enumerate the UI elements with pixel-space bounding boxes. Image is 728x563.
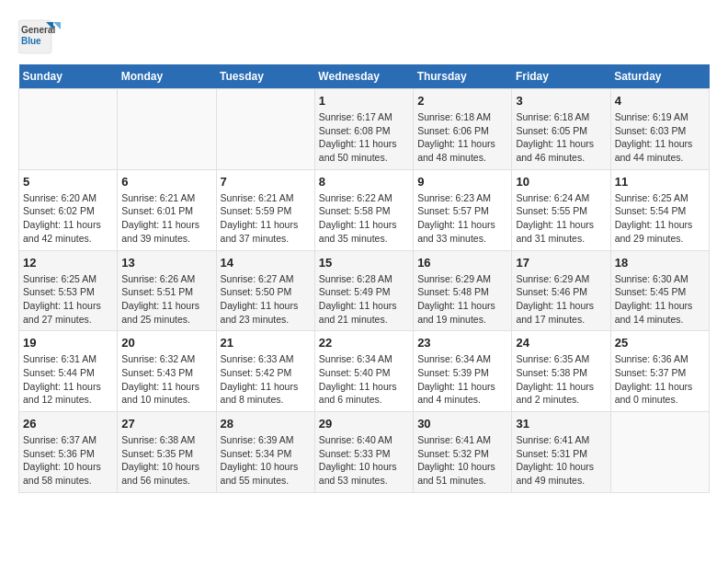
day-info: Sunrise: 6:38 AMSunset: 5:35 PMDaylight:… (121, 433, 211, 488)
calendar-day-cell: 6Sunrise: 6:21 AMSunset: 6:01 PMDaylight… (118, 169, 216, 250)
calendar-day-cell: 22Sunrise: 6:34 AMSunset: 5:40 PMDayligh… (314, 331, 413, 412)
calendar-day-cell: 31Sunrise: 6:41 AMSunset: 5:31 PMDayligh… (512, 412, 610, 493)
calendar-day-cell: 16Sunrise: 6:29 AMSunset: 5:48 PMDayligh… (414, 250, 512, 331)
calendar-day-cell: 24Sunrise: 6:35 AMSunset: 5:38 PMDayligh… (512, 331, 610, 412)
day-number: 8 (319, 175, 409, 189)
day-number: 2 (417, 94, 507, 108)
day-info: Sunrise: 6:36 AMSunset: 5:37 PMDaylight:… (615, 352, 705, 407)
day-info: Sunrise: 6:26 AMSunset: 5:51 PMDaylight:… (121, 272, 211, 327)
day-number: 20 (121, 336, 211, 350)
calendar-day-cell: 26Sunrise: 6:37 AMSunset: 5:36 PMDayligh… (19, 412, 118, 493)
calendar-day-cell: 11Sunrise: 6:25 AMSunset: 5:54 PMDayligh… (610, 169, 709, 250)
page-header: General Blue (18, 18, 710, 55)
calendar-week-row: 26Sunrise: 6:37 AMSunset: 5:36 PMDayligh… (19, 412, 710, 493)
calendar-day-cell: 13Sunrise: 6:26 AMSunset: 5:51 PMDayligh… (118, 250, 216, 331)
day-info: Sunrise: 6:18 AMSunset: 6:06 PMDaylight:… (417, 110, 507, 165)
day-number: 30 (417, 417, 507, 431)
day-number: 28 (221, 417, 311, 431)
calendar-week-row: 19Sunrise: 6:31 AMSunset: 5:44 PMDayligh… (19, 331, 710, 412)
day-info: Sunrise: 6:27 AMSunset: 5:50 PMDaylight:… (221, 272, 311, 327)
empty-day-cell (118, 89, 216, 170)
svg-text:Blue: Blue (21, 36, 41, 46)
day-info: Sunrise: 6:34 AMSunset: 5:39 PMDaylight:… (417, 352, 507, 407)
day-info: Sunrise: 6:19 AMSunset: 6:03 PMDaylight:… (615, 110, 705, 165)
day-info: Sunrise: 6:20 AMSunset: 6:02 PMDaylight:… (23, 191, 113, 246)
calendar-day-cell: 20Sunrise: 6:32 AMSunset: 5:43 PMDayligh… (118, 331, 216, 412)
weekday-header-monday: Monday (118, 64, 216, 89)
day-number: 25 (615, 336, 705, 350)
calendar-day-cell: 23Sunrise: 6:34 AMSunset: 5:39 PMDayligh… (414, 331, 512, 412)
day-info: Sunrise: 6:29 AMSunset: 5:46 PMDaylight:… (516, 272, 606, 327)
weekday-header-friday: Friday (512, 64, 610, 89)
calendar-day-cell: 21Sunrise: 6:33 AMSunset: 5:42 PMDayligh… (216, 331, 314, 412)
day-info: Sunrise: 6:24 AMSunset: 5:55 PMDaylight:… (516, 191, 606, 246)
calendar-day-cell: 3Sunrise: 6:18 AMSunset: 6:05 PMDaylight… (512, 89, 610, 170)
day-info: Sunrise: 6:34 AMSunset: 5:40 PMDaylight:… (319, 352, 409, 407)
day-info: Sunrise: 6:25 AMSunset: 5:53 PMDaylight:… (23, 272, 113, 327)
calendar-day-cell: 12Sunrise: 6:25 AMSunset: 5:53 PMDayligh… (19, 250, 118, 331)
day-number: 22 (319, 336, 409, 350)
day-info: Sunrise: 6:35 AMSunset: 5:38 PMDaylight:… (516, 352, 606, 407)
calendar-day-cell: 18Sunrise: 6:30 AMSunset: 5:45 PMDayligh… (610, 250, 709, 331)
day-number: 13 (121, 256, 211, 270)
calendar-table: SundayMondayTuesdayWednesdayThursdayFrid… (18, 64, 710, 493)
day-number: 1 (319, 94, 409, 108)
day-info: Sunrise: 6:21 AMSunset: 5:59 PMDaylight:… (221, 191, 311, 246)
calendar-day-cell: 25Sunrise: 6:36 AMSunset: 5:37 PMDayligh… (610, 331, 709, 412)
calendar-day-cell: 15Sunrise: 6:28 AMSunset: 5:49 PMDayligh… (314, 250, 413, 331)
weekday-header-tuesday: Tuesday (216, 64, 314, 89)
day-number: 29 (319, 417, 409, 431)
weekday-header-row: SundayMondayTuesdayWednesdayThursdayFrid… (19, 64, 710, 89)
calendar-week-row: 12Sunrise: 6:25 AMSunset: 5:53 PMDayligh… (19, 250, 710, 331)
calendar-day-cell: 2Sunrise: 6:18 AMSunset: 6:06 PMDaylight… (414, 89, 512, 170)
calendar-week-row: 1Sunrise: 6:17 AMSunset: 6:08 PMDaylight… (19, 89, 710, 170)
day-number: 27 (121, 417, 211, 431)
day-info: Sunrise: 6:28 AMSunset: 5:49 PMDaylight:… (319, 272, 409, 327)
day-info: Sunrise: 6:32 AMSunset: 5:43 PMDaylight:… (121, 352, 211, 407)
calendar-day-cell: 19Sunrise: 6:31 AMSunset: 5:44 PMDayligh… (19, 331, 118, 412)
calendar-day-cell: 8Sunrise: 6:22 AMSunset: 5:58 PMDaylight… (314, 169, 413, 250)
day-number: 7 (221, 175, 311, 189)
day-info: Sunrise: 6:18 AMSunset: 6:05 PMDaylight:… (516, 110, 606, 165)
day-number: 12 (23, 256, 113, 270)
calendar-day-cell: 7Sunrise: 6:21 AMSunset: 5:59 PMDaylight… (216, 169, 314, 250)
calendar-week-row: 5Sunrise: 6:20 AMSunset: 6:02 PMDaylight… (19, 169, 710, 250)
day-info: Sunrise: 6:21 AMSunset: 6:01 PMDaylight:… (121, 191, 211, 246)
day-number: 6 (121, 175, 211, 189)
day-number: 19 (23, 336, 113, 350)
day-number: 15 (319, 256, 409, 270)
day-number: 16 (417, 256, 507, 270)
calendar-day-cell: 9Sunrise: 6:23 AMSunset: 5:57 PMDaylight… (414, 169, 512, 250)
day-info: Sunrise: 6:31 AMSunset: 5:44 PMDaylight:… (23, 352, 113, 407)
day-info: Sunrise: 6:30 AMSunset: 5:45 PMDaylight:… (615, 272, 705, 327)
day-number: 21 (221, 336, 311, 350)
day-info: Sunrise: 6:33 AMSunset: 5:42 PMDaylight:… (221, 352, 311, 407)
day-info: Sunrise: 6:41 AMSunset: 5:32 PMDaylight:… (417, 433, 507, 488)
logo-svg: General Blue (18, 18, 64, 55)
day-info: Sunrise: 6:17 AMSunset: 6:08 PMDaylight:… (319, 110, 409, 165)
weekday-header-wednesday: Wednesday (314, 64, 413, 89)
calendar-day-cell: 29Sunrise: 6:40 AMSunset: 5:33 PMDayligh… (314, 412, 413, 493)
weekday-header-sunday: Sunday (19, 64, 118, 89)
calendar-day-cell: 28Sunrise: 6:39 AMSunset: 5:34 PMDayligh… (216, 412, 314, 493)
day-info: Sunrise: 6:39 AMSunset: 5:34 PMDaylight:… (221, 433, 311, 488)
calendar-day-cell: 14Sunrise: 6:27 AMSunset: 5:50 PMDayligh… (216, 250, 314, 331)
day-number: 11 (615, 175, 705, 189)
day-number: 23 (417, 336, 507, 350)
weekday-header-saturday: Saturday (610, 64, 709, 89)
calendar-day-cell: 30Sunrise: 6:41 AMSunset: 5:32 PMDayligh… (414, 412, 512, 493)
day-number: 10 (516, 175, 606, 189)
logo: General Blue (18, 18, 64, 55)
day-info: Sunrise: 6:41 AMSunset: 5:31 PMDaylight:… (516, 433, 606, 488)
day-number: 3 (516, 94, 606, 108)
day-number: 26 (23, 417, 113, 431)
empty-day-cell (610, 412, 709, 493)
calendar-day-cell: 27Sunrise: 6:38 AMSunset: 5:35 PMDayligh… (118, 412, 216, 493)
day-number: 5 (23, 175, 113, 189)
day-number: 9 (417, 175, 507, 189)
empty-day-cell (216, 89, 314, 170)
day-number: 18 (615, 256, 705, 270)
day-info: Sunrise: 6:25 AMSunset: 5:54 PMDaylight:… (615, 191, 705, 246)
weekday-header-thursday: Thursday (414, 64, 512, 89)
day-number: 4 (615, 94, 705, 108)
